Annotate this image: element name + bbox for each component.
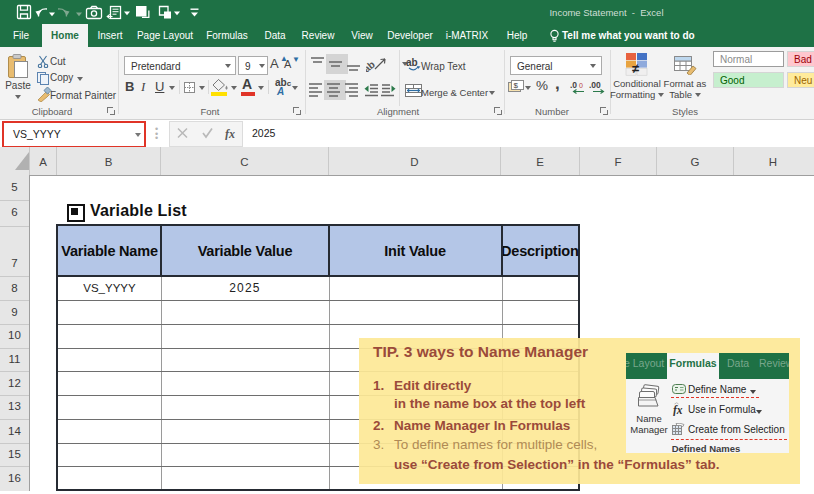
svg-text:.0: .0 bbox=[570, 80, 577, 90]
svg-text:ab: ab bbox=[406, 57, 418, 68]
svg-text:fx: fx bbox=[673, 404, 683, 416]
svg-text:.00: .00 bbox=[589, 80, 601, 90]
svg-text:$: $ bbox=[514, 81, 519, 90]
svg-text:≠: ≠ bbox=[632, 61, 639, 76]
svg-text:fx: fx bbox=[225, 127, 235, 140]
svg-text:0: 0 bbox=[579, 82, 583, 89]
svg-text:ab: ab bbox=[366, 59, 377, 72]
